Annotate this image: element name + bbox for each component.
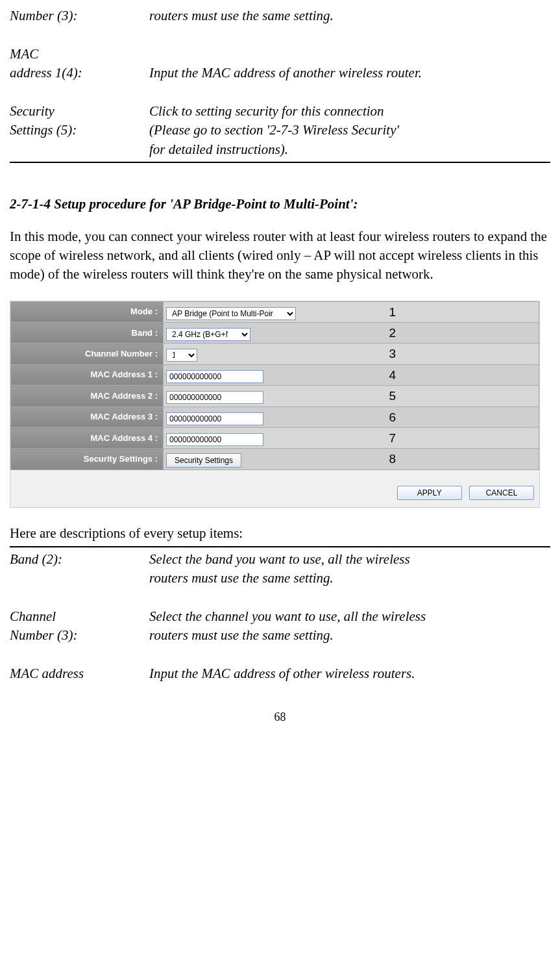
- config-label: Channel Number :: [11, 344, 164, 364]
- callout-number: 7: [389, 430, 396, 447]
- config-select-2[interactable]: 11: [166, 349, 197, 362]
- def-label: [10, 588, 149, 607]
- def-desc: [149, 45, 550, 64]
- section-heading: 2-7-1-4 Setup procedure for 'AP Bridge-P…: [10, 195, 550, 214]
- def-label: [10, 25, 149, 44]
- top-definition-table: Number (3):routers must use the same set…: [10, 6, 550, 159]
- def-desc: [149, 645, 550, 664]
- def-label: Settings (5):: [10, 121, 149, 140]
- def-label: [10, 569, 149, 588]
- callout-number: 6: [389, 409, 396, 427]
- def-desc: Input the MAC address of other wireless …: [149, 664, 550, 683]
- mac-input-4[interactable]: [166, 391, 263, 404]
- def-label: address 1(4):: [10, 64, 149, 82]
- def-desc: Click to setting security for this conne…: [149, 102, 550, 121]
- config-label: Security Settings :: [11, 449, 164, 470]
- def-desc: [149, 83, 550, 102]
- config-label: MAC Address 4 :: [11, 428, 164, 449]
- config-field: 2.4 GHz (B+G+N)2: [164, 323, 539, 344]
- mac-input-3[interactable]: [166, 370, 263, 383]
- description-intro: Here are descriptions of every setup ite…: [10, 524, 550, 543]
- mac-input-6[interactable]: [166, 433, 263, 446]
- callout-number: 8: [389, 451, 396, 468]
- def-label: MAC: [10, 45, 149, 64]
- config-field: 6: [164, 407, 539, 427]
- intro-paragraph: In this mode, you can connect your wirel…: [10, 227, 550, 284]
- def-label: [10, 83, 149, 102]
- cancel-button[interactable]: CANCEL: [469, 486, 534, 500]
- def-desc: routers must use the same setting.: [149, 569, 550, 588]
- def-desc: [149, 25, 550, 44]
- action-row: APPLY CANCEL: [10, 470, 539, 507]
- def-label: MAC address: [10, 664, 149, 683]
- bottom-definition-table: Band (2):Select the band you want to use…: [10, 550, 550, 684]
- config-field: 113: [164, 344, 539, 364]
- def-desc: routers must use the same setting.: [149, 6, 550, 25]
- apply-button[interactable]: APPLY: [397, 486, 462, 500]
- config-label: Mode :: [11, 301, 164, 322]
- config-field: Security Settings8: [164, 449, 539, 470]
- callout-number: 3: [389, 345, 396, 363]
- def-desc: routers must use the same setting.: [149, 626, 550, 645]
- config-select-1[interactable]: 2.4 GHz (B+G+N): [166, 328, 250, 341]
- callout-number: 5: [389, 388, 396, 405]
- page-number: 68: [10, 709, 550, 725]
- config-field: 4: [164, 364, 539, 385]
- callout-number: 4: [389, 367, 396, 384]
- callout-number: 1: [389, 304, 396, 321]
- def-label: Security: [10, 102, 149, 121]
- config-label: Band :: [11, 323, 164, 344]
- security-settings-button[interactable]: Security Settings: [166, 453, 241, 468]
- mac-input-5[interactable]: [166, 412, 263, 425]
- config-field: 7: [164, 428, 539, 449]
- def-desc: for detailed instructions).: [149, 140, 550, 159]
- config-label: MAC Address 1 :: [11, 364, 164, 385]
- config-field: AP Bridge (Point to Multi-Point)1: [164, 301, 539, 322]
- def-label: Channel: [10, 607, 149, 626]
- def-desc: Select the channel you want to use, all …: [149, 607, 550, 626]
- divider: [10, 162, 550, 163]
- def-label: Number (3):: [10, 626, 149, 645]
- config-label: MAC Address 3 :: [11, 407, 164, 427]
- config-label: MAC Address 2 :: [11, 386, 164, 407]
- def-desc: [149, 588, 550, 607]
- config-select-0[interactable]: AP Bridge (Point to Multi-Point): [166, 307, 296, 320]
- def-desc: Select the band you want to use, all the…: [149, 550, 550, 569]
- def-label: Band (2):: [10, 550, 149, 569]
- def-label: Number (3):: [10, 6, 149, 25]
- def-desc: (Please go to section '2-7-3 Wireless Se…: [149, 121, 550, 140]
- def-desc: Input the MAC address of another wireles…: [149, 64, 550, 82]
- def-label: [10, 140, 149, 159]
- router-config-panel: Mode :AP Bridge (Point to Multi-Point)1B…: [10, 301, 540, 508]
- callout-number: 2: [389, 325, 396, 342]
- divider: [10, 546, 550, 547]
- def-label: [10, 645, 149, 664]
- config-field: 5: [164, 386, 539, 407]
